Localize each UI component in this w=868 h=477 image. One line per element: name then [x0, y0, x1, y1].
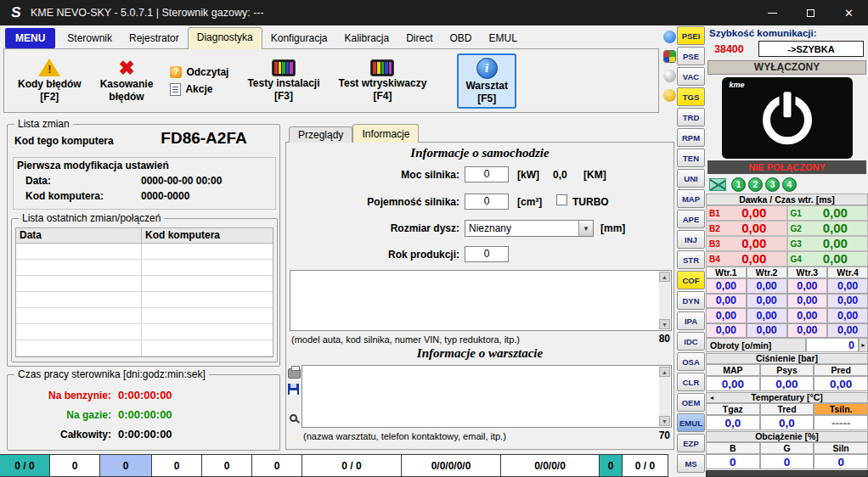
side-button-uni[interactable]: UNI — [677, 169, 705, 188]
side-button-oem[interactable]: OEM — [677, 393, 705, 412]
nozzle-size-select[interactable]: Nieznany — [465, 220, 594, 237]
tab-przeglady[interactable]: Przeglądy — [289, 126, 352, 143]
scroll-down-icon[interactable] — [659, 416, 670, 426]
side-button-ten[interactable]: TEN — [677, 149, 705, 167]
car-info-textarea[interactable] — [290, 270, 672, 331]
side-button-map[interactable]: MAP — [677, 189, 705, 208]
side-button-emul[interactable]: EMUL — [677, 413, 705, 432]
error-codes-button[interactable]: Kody błędów [F2] — [11, 56, 88, 105]
read-button[interactable]: Odczytaj — [170, 66, 228, 78]
production-year-input[interactable]: 0 — [465, 246, 509, 262]
side-button-rpm[interactable]: RPM — [677, 128, 705, 147]
side-button-ipa[interactable]: IPA — [677, 311, 705, 330]
dose-cell-b4: B40,00 — [706, 251, 787, 267]
side-button-psei[interactable]: PSEI — [677, 26, 705, 45]
save-icon[interactable] — [288, 384, 299, 395]
side-button-dyn[interactable]: DYN — [677, 291, 705, 310]
scrollbar[interactable] — [659, 367, 670, 426]
side-button-cof[interactable]: COF — [677, 271, 705, 289]
turbo-checkbox[interactable] — [556, 194, 567, 205]
wtr-value-cell: 0,00 — [706, 278, 747, 294]
wtr-value-cell: 0,00 — [787, 294, 828, 309]
engine-capacity-input[interactable]: 0 — [465, 194, 509, 210]
wtr-value-cell: 0,00 — [827, 294, 868, 309]
next-arrow-icon[interactable] — [859, 338, 868, 352]
side-button-clr[interactable]: CLR — [677, 373, 705, 391]
menu-button[interactable]: MENU — [5, 28, 55, 48]
prev-arrow-icon[interactable] — [707, 394, 716, 401]
scroll-down-icon[interactable] — [659, 319, 670, 329]
tgaz-value: 0,0 — [706, 415, 760, 430]
globe-icon[interactable] — [663, 31, 676, 43]
engine-power-input[interactable]: 0 — [465, 166, 509, 182]
load-g-value: 0 — [760, 454, 814, 469]
dose-value: 0,00 — [806, 252, 865, 266]
petrol-time-row: Na benzynie: 0:00:00:00 — [8, 385, 279, 405]
wtr-value-cell: 0,00 — [787, 323, 828, 339]
side-button-idc[interactable]: IDC — [677, 332, 705, 351]
injector-indicator-4[interactable]: 4 — [782, 177, 797, 192]
car-info-title: Informacje o samochodzie — [286, 146, 674, 160]
workshop-info-textarea[interactable] — [302, 365, 672, 428]
search-icon[interactable] — [290, 414, 297, 422]
dose-header: Dawka / Czas wtr. [ms] — [706, 194, 868, 205]
nozzle-size-value: Nieznany — [465, 221, 578, 236]
info-panel: Informacje o samochodzie Moc silnika: 0 … — [285, 142, 674, 450]
scroll-up-icon[interactable] — [659, 367, 670, 377]
group-title: Czas pracy sterownika [dni:godz:min:sek] — [14, 368, 209, 380]
actions-button[interactable]: Akcje — [170, 83, 228, 96]
side-button-vac[interactable]: VAC — [677, 67, 705, 86]
side-button-pse[interactable]: PSE — [677, 47, 705, 65]
menu-diagnostyka[interactable]: Diagnostyka — [188, 27, 262, 49]
car-info-hint: (model auta, kod silnika, numer VIN, typ… — [291, 334, 520, 345]
close-button[interactable] — [830, 0, 868, 25]
menu-obd[interactable]: OBD — [442, 29, 481, 48]
side-button-ms[interactable]: MS — [677, 454, 705, 473]
column-header-code: Kod komputera — [142, 228, 273, 244]
tab-informacje[interactable]: Informacje — [352, 124, 419, 143]
wtr-value-cell: 0,00 — [706, 308, 747, 323]
dose-label: G2 — [791, 224, 806, 233]
installation-tests-button[interactable]: Testy instalacji [F3] — [240, 57, 326, 104]
scrollbar[interactable] — [659, 272, 670, 329]
gold-ball-icon[interactable] — [663, 89, 676, 102]
silver-ball-icon[interactable] — [663, 70, 676, 82]
menu-direct[interactable]: Direct — [397, 29, 441, 48]
status-cell-4: 0 — [151, 454, 202, 477]
menu-emul[interactable]: EMUL — [481, 29, 526, 48]
side-button-tgs[interactable]: TGS — [677, 87, 705, 106]
side-button-str[interactable]: STR — [677, 250, 705, 269]
menu-sterownik[interactable]: Sterownik — [59, 29, 121, 48]
workshop-button[interactable]: Warsztat [F5] — [457, 53, 516, 109]
side-button-osa[interactable]: OSA — [677, 352, 705, 371]
injector-indicator-2[interactable]: 2 — [748, 177, 763, 192]
fast-speed-button[interactable]: ->SZYBKA — [758, 41, 864, 57]
colors-icon[interactable] — [663, 50, 676, 63]
wtr-value-cell: 0,00 — [827, 323, 868, 339]
clear-errors-button[interactable]: Kasowanie błędów — [93, 56, 161, 105]
dose-value: 0,00 — [724, 252, 784, 266]
menu-konfiguracja[interactable]: Konfiguracja — [262, 29, 336, 48]
button-label: [F2] — [40, 91, 59, 103]
minimize-button[interactable] — [753, 0, 792, 25]
side-button-trd[interactable]: TRD — [677, 108, 705, 126]
side-button-ape[interactable]: APE — [677, 210, 705, 228]
button-label: Kody błędów — [18, 78, 82, 90]
injector-indicator-3[interactable]: 3 — [765, 177, 780, 192]
injector-indicator-1[interactable]: 1 — [731, 177, 746, 192]
dose-label: B3 — [709, 239, 724, 249]
chevron-down-icon[interactable] — [578, 221, 593, 236]
history-table-row — [16, 308, 273, 324]
side-button-inj[interactable]: INJ — [677, 230, 705, 249]
scroll-up-icon[interactable] — [659, 272, 670, 282]
mm-unit: [mm] — [600, 222, 625, 234]
button-label: Akcje — [185, 83, 212, 95]
menu-kalibracja[interactable]: Kalibracja — [335, 29, 397, 48]
print-icon[interactable] — [288, 368, 301, 379]
maximize-button[interactable] — [792, 0, 830, 25]
test-screen-icon — [370, 59, 394, 76]
side-button-ezp[interactable]: EZP — [677, 434, 705, 452]
injector-test-button[interactable]: Test wtryskiwaczy [F4] — [332, 57, 434, 104]
wtr-value-cell: 0,00 — [787, 278, 828, 294]
menu-rejestrator[interactable]: Rejestrator — [121, 29, 188, 48]
